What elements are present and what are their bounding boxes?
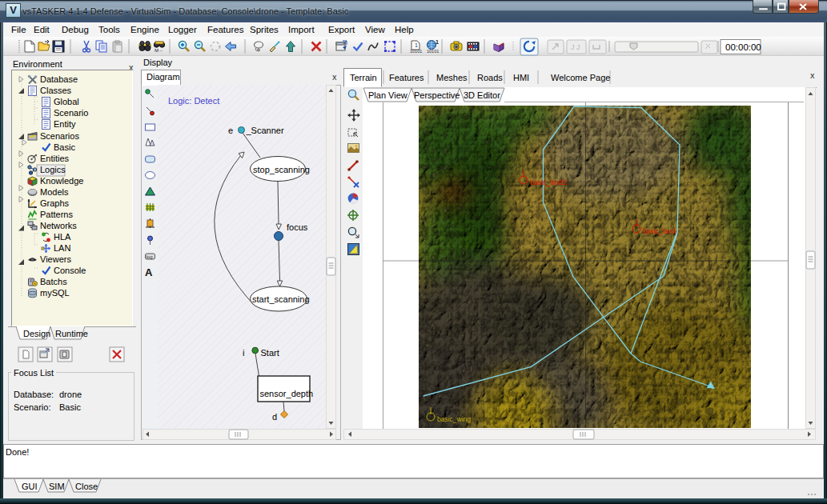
svg-text:M→: M→ — [155, 48, 163, 53]
svg-text:focus: focus — [287, 222, 308, 232]
svg-text:_Scanner: _Scanner — [246, 126, 284, 135]
svg-text:basic_land2: basic_land2 — [530, 178, 567, 186]
svg-text:Welcome Page: Welcome Page — [551, 73, 610, 82]
svg-text:GUI: GUI — [22, 482, 38, 491]
svg-text:HMI: HMI — [513, 73, 529, 82]
svg-text:SIM: SIM — [49, 482, 65, 491]
svg-text:basic_land: basic_land — [643, 227, 676, 235]
svg-text:10101: 10101 — [410, 49, 422, 54]
svg-text:d: d — [272, 412, 277, 422]
svg-text:start_scanning: start_scanning — [252, 294, 310, 304]
svg-text:Logic: Detect: Logic: Detect — [168, 96, 219, 106]
svg-text:i: i — [243, 348, 244, 358]
svg-text:basic_wing: basic_wing — [437, 415, 471, 423]
svg-text:Close: Close — [75, 482, 98, 491]
svg-text:e: e — [228, 126, 233, 135]
svg-text:Runtime: Runtime — [55, 329, 88, 338]
svg-text:1: 1 — [436, 39, 439, 45]
svg-text:sensor_depth: sensor_depth — [260, 389, 314, 398]
svg-text:1: 1 — [415, 42, 418, 48]
svg-text:Design: Design — [23, 329, 50, 338]
svg-text:10101: 10101 — [427, 49, 439, 54]
svg-text:stop_scanning: stop_scanning — [253, 165, 310, 174]
svg-text:log: log — [147, 254, 153, 259]
svg-text:Features: Features — [389, 73, 424, 82]
svg-text:J J: J J — [571, 43, 580, 51]
svg-text:Start: Start — [261, 348, 279, 358]
svg-text:00:00:00: 00:00:00 — [725, 42, 761, 52]
svg-text:Meshes: Meshes — [436, 73, 468, 82]
svg-text:Roads: Roads — [477, 73, 503, 82]
svg-text:A: A — [145, 266, 153, 278]
svg-text:Terrain: Terrain — [350, 73, 377, 82]
svg-text:x: x — [810, 70, 815, 80]
